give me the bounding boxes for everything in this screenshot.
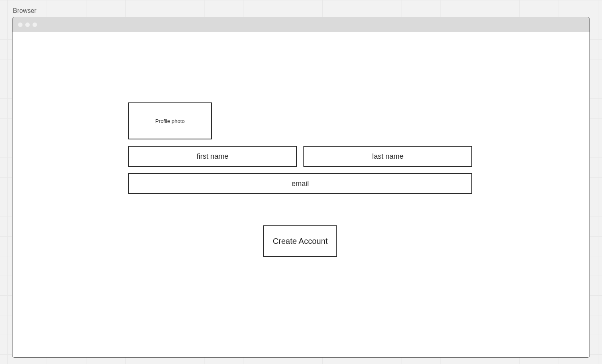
window-maximize-icon[interactable]	[33, 22, 37, 27]
profile-photo-label: Profile photo	[156, 118, 185, 124]
window-titlebar	[12, 17, 590, 32]
signup-form: Profile photo Create Account	[128, 102, 472, 257]
submit-row: Create Account	[128, 225, 472, 257]
last-name-input[interactable]	[303, 146, 472, 167]
browser-window: Profile photo Create Account	[12, 17, 590, 358]
name-row	[128, 146, 472, 167]
profile-photo-upload[interactable]: Profile photo	[128, 102, 212, 139]
email-input[interactable]	[128, 173, 472, 194]
window-minimize-icon[interactable]	[25, 22, 30, 27]
create-account-button[interactable]: Create Account	[263, 225, 337, 257]
first-name-input[interactable]	[128, 146, 297, 167]
canvas-tab-label: Browser	[13, 7, 37, 14]
window-close-icon[interactable]	[18, 22, 23, 27]
